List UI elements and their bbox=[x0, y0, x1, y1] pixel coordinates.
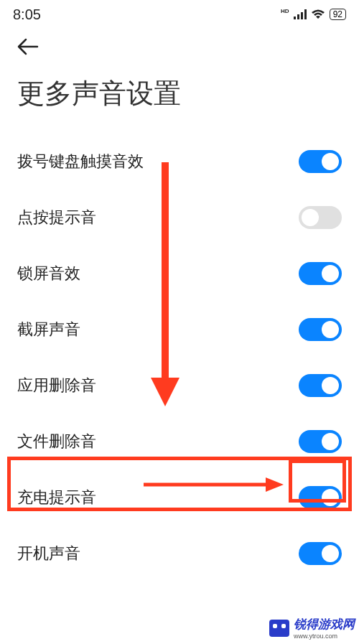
watermark-sub: www.ytrou.com bbox=[294, 633, 355, 640]
toggle-knob bbox=[302, 209, 319, 226]
setting-label: 截屏声音 bbox=[17, 319, 80, 340]
toggle-knob bbox=[322, 489, 339, 506]
svg-rect-3 bbox=[304, 9, 307, 19]
setting-label: 锁屏音效 bbox=[17, 263, 80, 284]
svg-rect-1 bbox=[297, 14, 299, 19]
svg-rect-0 bbox=[294, 17, 296, 19]
setting-label: 开机声音 bbox=[17, 543, 80, 564]
signal-icon bbox=[294, 9, 307, 19]
setting-label: 拨号键盘触摸音效 bbox=[17, 151, 144, 172]
page-title: 更多声音设置 bbox=[0, 61, 359, 134]
setting-toggle[interactable] bbox=[299, 262, 342, 285]
header bbox=[0, 29, 359, 61]
setting-row-4: 应用删除音 bbox=[17, 358, 342, 414]
setting-label: 应用删除音 bbox=[17, 375, 96, 396]
toggle-knob bbox=[322, 377, 339, 394]
toggle-knob bbox=[322, 265, 339, 282]
setting-toggle[interactable] bbox=[299, 486, 342, 509]
status-icons: HD 92 bbox=[281, 9, 346, 20]
settings-list: 拨号键盘触摸音效点按提示音锁屏音效截屏声音应用删除音文件删除音充电提示音开机声音 bbox=[0, 134, 359, 582]
setting-row-1: 点按提示音 bbox=[17, 190, 342, 246]
wifi-icon bbox=[311, 9, 325, 19]
hd-icon: HD bbox=[281, 8, 289, 14]
setting-toggle[interactable] bbox=[299, 542, 342, 565]
setting-row-6: 充电提示音 bbox=[17, 470, 342, 526]
battery-percent: 92 bbox=[333, 9, 342, 19]
back-icon[interactable] bbox=[17, 34, 39, 61]
svg-rect-2 bbox=[301, 12, 303, 19]
setting-row-0: 拨号键盘触摸音效 bbox=[17, 134, 342, 190]
setting-toggle[interactable] bbox=[299, 206, 342, 229]
watermark: 锐得游戏网 www.ytrou.com bbox=[269, 616, 355, 640]
setting-row-2: 锁屏音效 bbox=[17, 246, 342, 302]
toggle-knob bbox=[322, 433, 339, 450]
setting-row-3: 截屏声音 bbox=[17, 302, 342, 358]
setting-label: 充电提示音 bbox=[17, 487, 96, 508]
setting-row-5: 文件删除音 bbox=[17, 414, 342, 470]
watermark-logo-icon bbox=[269, 620, 289, 637]
setting-toggle[interactable] bbox=[299, 150, 342, 173]
battery-icon: 92 bbox=[330, 9, 346, 20]
status-time: 8:05 bbox=[13, 6, 41, 23]
setting-row-7: 开机声音 bbox=[17, 526, 342, 582]
setting-label: 文件删除音 bbox=[17, 431, 96, 452]
setting-label: 点按提示音 bbox=[17, 207, 96, 228]
toggle-knob bbox=[322, 153, 339, 170]
status-bar: 8:05 HD 92 bbox=[0, 0, 359, 29]
setting-toggle[interactable] bbox=[299, 430, 342, 453]
toggle-knob bbox=[322, 545, 339, 562]
setting-toggle[interactable] bbox=[299, 318, 342, 341]
toggle-knob bbox=[322, 321, 339, 338]
setting-toggle[interactable] bbox=[299, 374, 342, 397]
watermark-text: 锐得游戏网 bbox=[294, 617, 355, 631]
